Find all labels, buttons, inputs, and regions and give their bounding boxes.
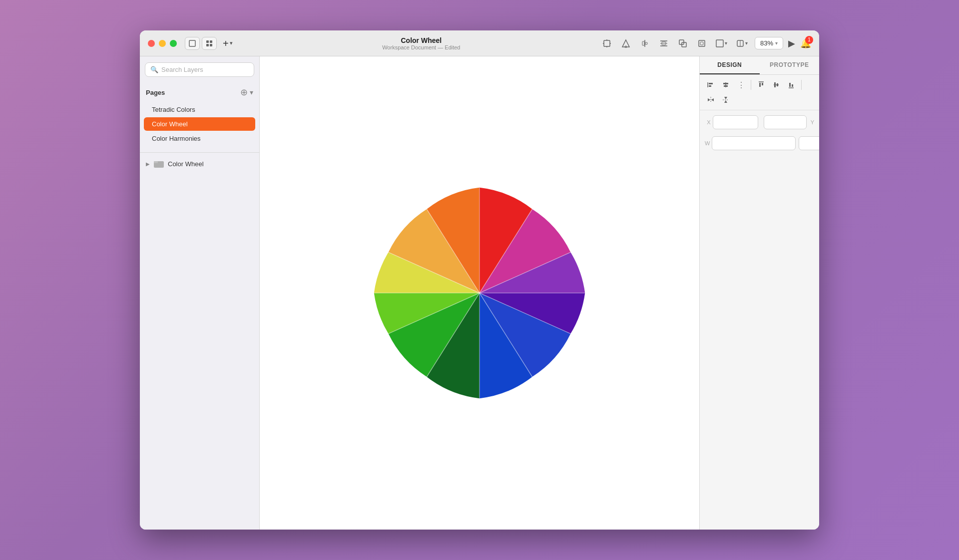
h-input[interactable]: [799, 136, 819, 150]
align-left-icon[interactable]: [705, 79, 717, 91]
page-item-harmonies[interactable]: Color Harmonies: [144, 132, 255, 145]
tab-design[interactable]: DESIGN: [700, 56, 760, 74]
add-chevron-icon: ▾: [230, 40, 233, 46]
view-icons: [185, 37, 217, 50]
w-input[interactable]: [712, 136, 796, 150]
flip-v-icon[interactable]: [720, 94, 732, 106]
zoom-chevron-icon: ▾: [775, 40, 778, 46]
toolbar-tools: ▾ ▾ 83% ▾ ▶ 🔔 1: [600, 36, 811, 50]
add-page-button[interactable]: ⊕: [240, 87, 248, 98]
align-bottom-icon[interactable]: [785, 79, 797, 91]
x-input[interactable]: [713, 115, 758, 129]
search-icon: 🔍: [150, 66, 158, 73]
svg-marker-56: [708, 98, 710, 101]
svg-marker-59: [724, 97, 727, 99]
sidebar-divider: [140, 152, 259, 153]
zoom-control[interactable]: 83% ▾: [755, 37, 783, 49]
search-layers-placeholder: Search Layers: [161, 66, 203, 73]
flip-h-icon[interactable]: [705, 94, 717, 106]
panel-tabs: DESIGN PROTOTYPE: [700, 56, 819, 75]
align-tool-icon[interactable]: [657, 36, 671, 50]
svg-rect-14: [645, 42, 647, 44]
main-area: 🔍 Search Layers Pages ⊕ ▾ Tetradic Color…: [140, 56, 819, 530]
x-field-group: X: [705, 115, 758, 129]
align-center-h-icon[interactable]: [720, 79, 732, 91]
svg-rect-50: [774, 82, 776, 87]
page-item-colorwheel[interactable]: Color Wheel: [144, 117, 255, 131]
panel-toolbar: ⋮: [700, 75, 819, 110]
distribute-tool-icon[interactable]: [638, 36, 652, 50]
single-view-icon[interactable]: [185, 37, 200, 50]
toolbar-divider-2: [801, 80, 802, 90]
layer-folder-icon: [154, 160, 164, 168]
pages-label: Pages: [146, 89, 165, 96]
shape-tool-icon[interactable]: [619, 36, 633, 50]
w-label: W: [705, 140, 710, 146]
pages-header: Pages ⊕ ▾: [140, 83, 259, 100]
toolbar-divider-1: [751, 80, 751, 90]
document-subtitle: Workspace Document — Edited: [243, 44, 600, 50]
pages-chevron-icon[interactable]: ▾: [250, 88, 253, 96]
svg-rect-2: [210, 40, 212, 43]
align-middle-icon[interactable]: [770, 79, 782, 91]
notification-button[interactable]: 🔔 1: [800, 38, 811, 49]
svg-marker-60: [724, 100, 727, 103]
svg-rect-41: [709, 83, 713, 84]
document-name: Color Wheel: [243, 36, 600, 44]
more-options-icon[interactable]: ⋮: [735, 79, 747, 91]
pages-controls: ⊕ ▾: [240, 87, 253, 98]
svg-rect-21: [699, 40, 705, 46]
grid-view-icon[interactable]: [202, 37, 217, 50]
app-window: + ▾ Color Wheel Workspace Document — Edi…: [140, 30, 819, 530]
search-layers-bar[interactable]: 🔍 Search Layers: [145, 62, 254, 77]
page-item-tetradic[interactable]: Tetradic Colors: [144, 103, 255, 116]
y-input[interactable]: [764, 115, 806, 129]
right-panel: DESIGN PROTOTYPE ⋮: [699, 56, 819, 530]
y-label: Y: [811, 119, 814, 125]
svg-rect-4: [210, 44, 212, 46]
component-tool-icon[interactable]: [695, 36, 709, 50]
svg-rect-22: [700, 42, 703, 45]
canvas-size-icon[interactable]: ▾: [714, 36, 729, 50]
zoom-value: 83%: [760, 39, 773, 47]
svg-marker-57: [711, 98, 714, 101]
svg-rect-47: [759, 83, 761, 87]
svg-rect-48: [762, 83, 763, 85]
y-field-group: Y: [761, 115, 815, 129]
canvas-area[interactable]: [260, 56, 699, 530]
document-title-area: Color Wheel Workspace Document — Edited: [243, 36, 600, 50]
mask-tool-icon[interactable]: [676, 36, 690, 50]
traffic-lights: [148, 40, 177, 47]
x-label: X: [705, 119, 711, 125]
layer-label-colorwheel: Color Wheel: [168, 160, 204, 168]
left-sidebar: 🔍 Search Layers Pages ⊕ ▾ Tetradic Color…: [140, 56, 260, 530]
svg-rect-44: [723, 83, 728, 84]
svg-rect-42: [709, 85, 711, 87]
svg-rect-13: [642, 41, 644, 45]
titlebar: + ▾ Color Wheel Workspace Document — Edi…: [140, 30, 819, 56]
position-fields: X Y: [700, 110, 819, 134]
svg-rect-54: [792, 84, 793, 87]
svg-rect-3: [206, 44, 209, 46]
svg-rect-0: [189, 40, 195, 46]
layer-item-colorwheel[interactable]: ▶ Color Wheel: [140, 157, 259, 171]
svg-rect-23: [716, 40, 723, 47]
page-list: Tetradic Colors Color Wheel Color Harmon…: [140, 100, 259, 148]
tab-prototype[interactable]: PROTOTYPE: [760, 56, 820, 74]
layer-expand-icon: ▶: [146, 161, 150, 167]
notification-badge: 1: [805, 36, 813, 44]
align-top-icon[interactable]: [755, 79, 767, 91]
plus-icon: +: [223, 38, 229, 48]
size-fields: W H: [700, 134, 819, 155]
artboard-tool-icon[interactable]: [600, 36, 614, 50]
minimize-button[interactable]: [159, 40, 166, 47]
add-button[interactable]: + ▾: [223, 38, 233, 48]
component-instance-icon[interactable]: ▾: [734, 36, 750, 50]
svg-rect-53: [789, 83, 791, 87]
close-button[interactable]: [148, 40, 155, 47]
svg-rect-27: [154, 161, 158, 163]
svg-rect-5: [604, 40, 610, 46]
color-wheel: [360, 173, 599, 413]
play-button[interactable]: ▶: [788, 38, 795, 49]
maximize-button[interactable]: [170, 40, 177, 47]
